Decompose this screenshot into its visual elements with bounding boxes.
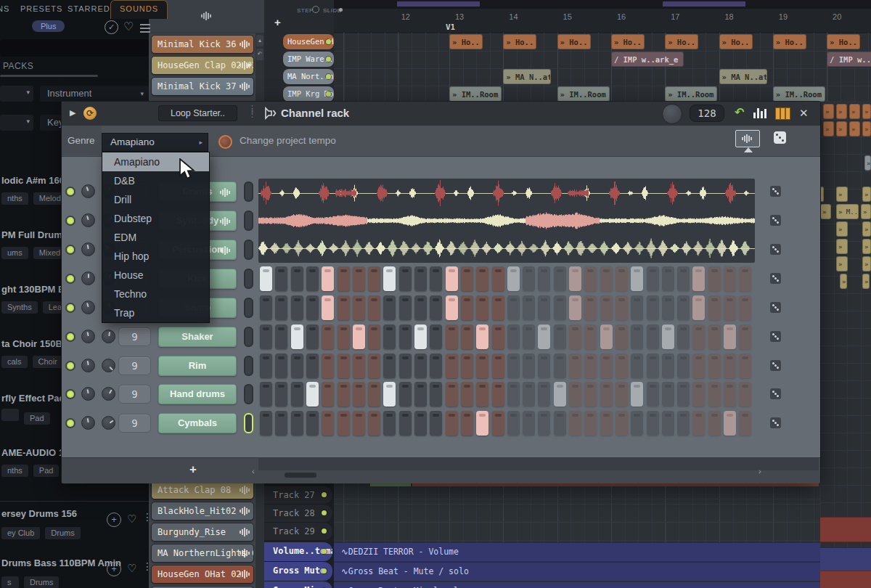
step-cell[interactable] xyxy=(507,295,520,320)
step-cell[interactable] xyxy=(353,382,365,407)
step-cell[interactable] xyxy=(353,354,365,378)
step-cell[interactable] xyxy=(662,382,674,407)
step-cell[interactable] xyxy=(260,266,272,291)
check-circle-icon[interactable]: ✓ xyxy=(105,20,118,34)
randomize-dice-icon[interactable] xyxy=(774,131,786,144)
step-cell[interactable] xyxy=(414,266,427,291)
step-cell[interactable] xyxy=(677,295,690,320)
step-cell[interactable] xyxy=(306,382,319,407)
tab-presets[interactable]: PRESETS xyxy=(20,4,62,13)
waveform-display[interactable] xyxy=(258,179,755,263)
tag-chip[interactable]: s xyxy=(1,576,19,588)
undo-icon[interactable]: ↶ xyxy=(735,105,744,119)
undo-mini-button[interactable]: ↶ xyxy=(256,49,263,60)
playlist-clip[interactable]: » IM..Room xyxy=(557,86,610,102)
step-cell[interactable] xyxy=(616,382,628,407)
volume-knob[interactable] xyxy=(102,359,115,372)
sample-item[interactable]: HouseGen OHat 02 xyxy=(151,565,254,584)
pan-knob[interactable] xyxy=(81,184,95,198)
step-cell[interactable] xyxy=(291,266,303,291)
clip-band[interactable] xyxy=(820,517,871,542)
step-cell[interactable] xyxy=(291,324,303,349)
step-cell[interactable] xyxy=(523,382,535,407)
step-cell[interactable] xyxy=(322,266,334,291)
instrument-dropdown[interactable]: Instrument ▾ xyxy=(40,86,149,102)
track-led[interactable] xyxy=(322,528,327,534)
automation-lane[interactable]: ∿Gross Beat - Mute / solo xyxy=(334,562,871,581)
genre-dropdown[interactable]: Amapiano ▸ xyxy=(102,133,208,152)
step-cell[interactable] xyxy=(446,266,458,291)
step-cell[interactable] xyxy=(322,354,334,378)
step-cell[interactable] xyxy=(631,382,643,407)
sample-item[interactable]: MA NorthernLights C.. xyxy=(151,544,254,563)
waveform-synth[interactable] xyxy=(258,208,755,234)
genre-option-dubstep[interactable]: Dubstep xyxy=(102,209,209,228)
track-led[interactable] xyxy=(322,549,327,554)
mini-clip[interactable]: » xyxy=(862,187,871,202)
tag-chip[interactable]: Drums xyxy=(24,576,59,588)
channel-led[interactable] xyxy=(326,39,331,44)
playlist-clip[interactable]: » IM..Room xyxy=(449,86,502,102)
heart-icon[interactable]: ♡ xyxy=(123,20,134,33)
mini-clip[interactable]: » .. xyxy=(836,239,848,254)
step-cell[interactable] xyxy=(306,411,319,436)
channel-value-box[interactable]: 9 xyxy=(118,356,151,375)
step-cell[interactable] xyxy=(739,324,751,349)
step-cell[interactable] xyxy=(353,324,365,349)
step-cell[interactable] xyxy=(523,266,535,291)
pan-knob[interactable] xyxy=(81,416,95,430)
step-cell[interactable] xyxy=(260,411,272,436)
step-cell[interactable] xyxy=(584,266,597,291)
play-arrow-icon[interactable]: ▶ xyxy=(70,108,75,118)
step-cell[interactable] xyxy=(338,266,350,291)
step-cell[interactable] xyxy=(399,382,412,407)
step-cell[interactable] xyxy=(692,354,705,378)
step-cell[interactable] xyxy=(275,295,287,320)
mini-clip[interactable]: » xyxy=(862,121,871,136)
step-cell[interactable] xyxy=(616,324,628,349)
tag-chip[interactable]: Pad xyxy=(24,412,50,425)
step-cell[interactable] xyxy=(708,324,721,349)
heart-icon[interactable]: ♡ xyxy=(127,562,136,575)
step-cell[interactable] xyxy=(708,411,721,436)
genre-option-drill[interactable]: Drill xyxy=(102,190,209,209)
step-cell[interactable] xyxy=(338,354,350,378)
step-cell[interactable] xyxy=(647,382,659,407)
channel-button-cymbals[interactable]: Cymbals xyxy=(158,413,237,433)
playlist-clip[interactable]: / IMP w..ark_e xyxy=(827,52,871,67)
step-cell[interactable] xyxy=(306,295,319,320)
mini-clip[interactable]: » xyxy=(836,104,847,119)
clip-band[interactable] xyxy=(820,571,871,588)
pan-knob[interactable] xyxy=(81,359,95,372)
step-cell[interactable] xyxy=(724,411,736,436)
loop-starter-icon[interactable]: ⟳ xyxy=(83,107,97,120)
step-cell[interactable] xyxy=(275,354,287,378)
mini-clip[interactable]: » xyxy=(836,121,847,136)
step-cell[interactable] xyxy=(338,295,350,320)
heart-icon[interactable]: ♡ xyxy=(127,513,136,526)
step-cell[interactable] xyxy=(291,411,303,436)
waveform-percussion[interactable] xyxy=(258,235,755,261)
step-cell[interactable] xyxy=(647,354,659,378)
channel-value-box[interactable]: 9 xyxy=(118,385,151,404)
more-dots-icon[interactable]: ⋮ xyxy=(142,511,152,523)
tag-chip[interactable]: Drums xyxy=(45,527,80,539)
step-cell[interactable] xyxy=(383,354,396,378)
step-cell[interactable] xyxy=(368,295,380,320)
browser-item-name[interactable]: PM Full Drums xyxy=(1,229,68,240)
channel-button-shaker[interactable]: Shaker xyxy=(158,327,237,347)
step-cell[interactable] xyxy=(600,354,613,378)
channel-led[interactable] xyxy=(67,391,74,398)
step-cell[interactable] xyxy=(584,382,597,407)
tag-chip[interactable] xyxy=(1,409,19,421)
playlist-clip[interactable]: » Ho.. xyxy=(503,34,536,49)
step-cell[interactable] xyxy=(708,295,721,320)
channel-led[interactable] xyxy=(67,217,74,224)
channel-selector[interactable] xyxy=(244,384,253,404)
step-cell[interactable] xyxy=(461,354,473,378)
channel-value-box[interactable]: 9 xyxy=(118,414,151,433)
channel-selector[interactable] xyxy=(244,413,253,433)
step-cell[interactable] xyxy=(724,354,736,378)
step-cell[interactable] xyxy=(430,295,442,320)
step-cell[interactable] xyxy=(554,354,566,378)
